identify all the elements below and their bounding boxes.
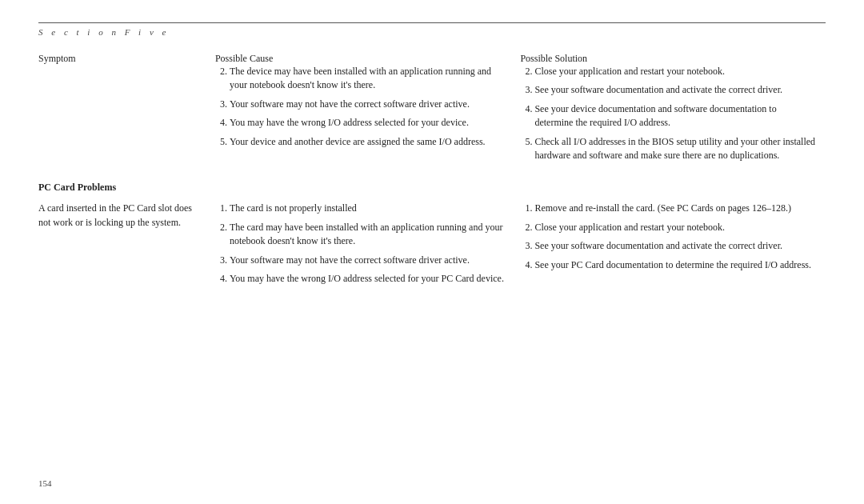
list-item: See your device documentation and softwa… xyxy=(534,102,816,130)
list-item: Your device and another device are assig… xyxy=(230,135,511,149)
solution-list-1: Close your application and restart your … xyxy=(520,65,816,162)
section2-header-row: PC Card Problems xyxy=(38,167,826,202)
symptom-2: A card inserted in the PC Card slot does… xyxy=(38,202,215,290)
header-cause: Possible Cause xyxy=(215,53,521,65)
list-item: See your software documentation and acti… xyxy=(534,239,816,253)
section2-row: A card inserted in the PC Card slot does… xyxy=(38,202,826,290)
page-header: S e c t i o n F i v e xyxy=(38,22,826,38)
solution-list-2: Remove and re-install the card. (See PC … xyxy=(520,202,816,272)
list-item: You may have the wrong I/O address selec… xyxy=(230,272,511,286)
pc-card-section-title: PC Card Problems xyxy=(38,182,816,194)
section1-row: The device may have been installed with … xyxy=(38,65,826,167)
cause-list-1: The device may have been installed with … xyxy=(215,65,511,149)
causes-2: The card is not properly installed The c… xyxy=(215,202,521,290)
symptom-1 xyxy=(38,65,215,167)
list-item: See your PC Card documentation to determ… xyxy=(534,258,816,272)
list-item: The card is not properly installed xyxy=(230,202,511,215)
list-item: The device may have been installed with … xyxy=(230,65,511,93)
section-title: S e c t i o n F i v e xyxy=(38,27,169,37)
page-number: 154 xyxy=(38,478,52,488)
solutions-2: Remove and re-install the card. (See PC … xyxy=(520,202,826,290)
page: S e c t i o n F i v e Symptom Possible C… xyxy=(0,0,864,504)
page-footer: 154 xyxy=(38,478,52,488)
list-item: Your software may not have the correct s… xyxy=(230,98,511,111)
list-item: Your software may not have the correct s… xyxy=(230,254,511,267)
solutions-1: Close your application and restart your … xyxy=(520,65,826,167)
symptom-2-text: A card inserted in the PC Card slot does… xyxy=(38,202,206,230)
list-item: Remove and re-install the card. (See PC … xyxy=(534,202,816,215)
list-item: You may have the wrong I/O address selec… xyxy=(230,116,511,130)
header-symptom: Symptom xyxy=(38,53,215,65)
list-item: The card may have been installed with an… xyxy=(230,221,511,249)
header-solution: Possible Solution xyxy=(520,53,826,65)
causes-1: The device may have been installed with … xyxy=(215,65,521,167)
column-headers: Symptom Possible Cause Possible Solution xyxy=(38,53,826,65)
list-item: Close your application and restart your … xyxy=(534,65,816,78)
list-item: Close your application and restart your … xyxy=(534,221,816,234)
list-item: Check all I/O addresses in the BIOS setu… xyxy=(534,135,816,163)
section2-title-cell: PC Card Problems xyxy=(38,167,826,202)
cause-list-2: The card is not properly installed The c… xyxy=(215,202,511,286)
list-item: See your software documentation and acti… xyxy=(534,83,816,97)
main-table: Symptom Possible Cause Possible Solution… xyxy=(38,53,826,290)
